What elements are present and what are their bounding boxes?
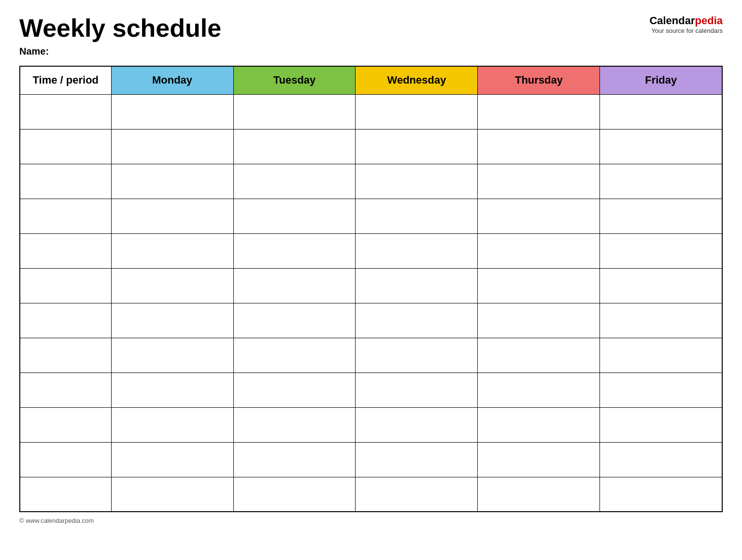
- table-row[interactable]: [20, 129, 722, 164]
- col-header-time: Time / period: [20, 66, 111, 94]
- schedule-cell[interactable]: [356, 233, 478, 268]
- time-cell[interactable]: [20, 129, 111, 164]
- schedule-cell[interactable]: [478, 129, 600, 164]
- schedule-cell[interactable]: [233, 477, 356, 512]
- schedule-cell[interactable]: [478, 407, 600, 442]
- schedule-cell[interactable]: [111, 233, 233, 268]
- schedule-cell[interactable]: [478, 477, 600, 512]
- schedule-cell[interactable]: [356, 442, 478, 477]
- table-row[interactable]: [20, 442, 722, 477]
- schedule-cell[interactable]: [356, 164, 478, 199]
- schedule-cell[interactable]: [600, 129, 722, 164]
- schedule-cell[interactable]: [600, 442, 722, 477]
- schedule-cell[interactable]: [600, 268, 722, 303]
- time-cell[interactable]: [20, 268, 111, 303]
- logo-brand-accent: pedia: [695, 14, 723, 27]
- schedule-cell[interactable]: [356, 303, 478, 338]
- col-header-thursday: Thursday: [478, 66, 600, 94]
- time-cell[interactable]: [20, 477, 111, 512]
- schedule-cell[interactable]: [111, 94, 233, 129]
- schedule-cell[interactable]: [233, 233, 356, 268]
- name-label: Name:: [19, 46, 221, 57]
- schedule-cell[interactable]: [111, 477, 233, 512]
- time-cell[interactable]: [20, 199, 111, 233]
- schedule-cell[interactable]: [600, 407, 722, 442]
- time-cell[interactable]: [20, 373, 111, 407]
- schedule-cell[interactable]: [600, 164, 722, 199]
- table-row[interactable]: [20, 233, 722, 268]
- schedule-cell[interactable]: [233, 407, 356, 442]
- schedule-cell[interactable]: [233, 129, 356, 164]
- schedule-cell[interactable]: [111, 164, 233, 199]
- schedule-body: [20, 94, 722, 512]
- schedule-cell[interactable]: [233, 164, 356, 199]
- schedule-cell[interactable]: [600, 94, 722, 129]
- logo-brand-text: Calendar: [649, 14, 695, 27]
- schedule-cell[interactable]: [600, 199, 722, 233]
- schedule-cell[interactable]: [478, 338, 600, 373]
- schedule-cell[interactable]: [356, 407, 478, 442]
- schedule-cell[interactable]: [233, 338, 356, 373]
- schedule-cell[interactable]: [356, 338, 478, 373]
- table-row[interactable]: [20, 338, 722, 373]
- schedule-cell[interactable]: [600, 373, 722, 407]
- col-header-monday: Monday: [111, 66, 233, 94]
- header-area: Weekly schedule Name: Calendarpedia Your…: [19, 14, 723, 57]
- header-row: Time / period Monday Tuesday Wednesday T…: [20, 66, 722, 94]
- time-cell[interactable]: [20, 338, 111, 373]
- schedule-cell[interactable]: [600, 303, 722, 338]
- schedule-cell[interactable]: [233, 303, 356, 338]
- schedule-cell[interactable]: [356, 94, 478, 129]
- table-row[interactable]: [20, 199, 722, 233]
- schedule-cell[interactable]: [478, 233, 600, 268]
- table-row[interactable]: [20, 164, 722, 199]
- table-row[interactable]: [20, 94, 722, 129]
- schedule-cell[interactable]: [478, 373, 600, 407]
- schedule-cell[interactable]: [600, 233, 722, 268]
- schedule-cell[interactable]: [111, 303, 233, 338]
- time-cell[interactable]: [20, 303, 111, 338]
- table-row[interactable]: [20, 303, 722, 338]
- time-cell[interactable]: [20, 94, 111, 129]
- table-row[interactable]: [20, 407, 722, 442]
- schedule-cell[interactable]: [478, 164, 600, 199]
- footer-copyright: © www.calendarpedia.com: [19, 517, 723, 524]
- schedule-cell[interactable]: [600, 477, 722, 512]
- col-header-tuesday: Tuesday: [233, 66, 356, 94]
- schedule-cell[interactable]: [233, 373, 356, 407]
- schedule-cell[interactable]: [600, 338, 722, 373]
- title-section: Weekly schedule Name:: [19, 14, 221, 57]
- schedule-cell[interactable]: [111, 338, 233, 373]
- time-cell[interactable]: [20, 233, 111, 268]
- schedule-cell[interactable]: [478, 199, 600, 233]
- schedule-cell[interactable]: [111, 407, 233, 442]
- table-row[interactable]: [20, 477, 722, 512]
- schedule-cell[interactable]: [478, 268, 600, 303]
- schedule-cell[interactable]: [356, 129, 478, 164]
- table-row[interactable]: [20, 373, 722, 407]
- schedule-cell[interactable]: [233, 268, 356, 303]
- schedule-cell[interactable]: [233, 199, 356, 233]
- time-cell[interactable]: [20, 407, 111, 442]
- schedule-table: Time / period Monday Tuesday Wednesday T…: [19, 66, 723, 512]
- time-cell[interactable]: [20, 164, 111, 199]
- schedule-cell[interactable]: [233, 94, 356, 129]
- time-cell[interactable]: [20, 442, 111, 477]
- schedule-cell[interactable]: [111, 129, 233, 164]
- schedule-cell[interactable]: [356, 199, 478, 233]
- schedule-cell[interactable]: [111, 442, 233, 477]
- schedule-cell[interactable]: [111, 268, 233, 303]
- schedule-cell[interactable]: [478, 94, 600, 129]
- table-header: Time / period Monday Tuesday Wednesday T…: [20, 66, 722, 94]
- schedule-cell[interactable]: [111, 199, 233, 233]
- schedule-cell[interactable]: [478, 303, 600, 338]
- schedule-cell[interactable]: [233, 442, 356, 477]
- logo-tagline: Your source for calendars: [651, 27, 723, 34]
- schedule-cell[interactable]: [478, 442, 600, 477]
- schedule-cell[interactable]: [111, 373, 233, 407]
- table-row[interactable]: [20, 268, 722, 303]
- schedule-cell[interactable]: [356, 373, 478, 407]
- logo-brand: Calendarpedia: [649, 14, 723, 27]
- schedule-cell[interactable]: [356, 268, 478, 303]
- schedule-cell[interactable]: [356, 477, 478, 512]
